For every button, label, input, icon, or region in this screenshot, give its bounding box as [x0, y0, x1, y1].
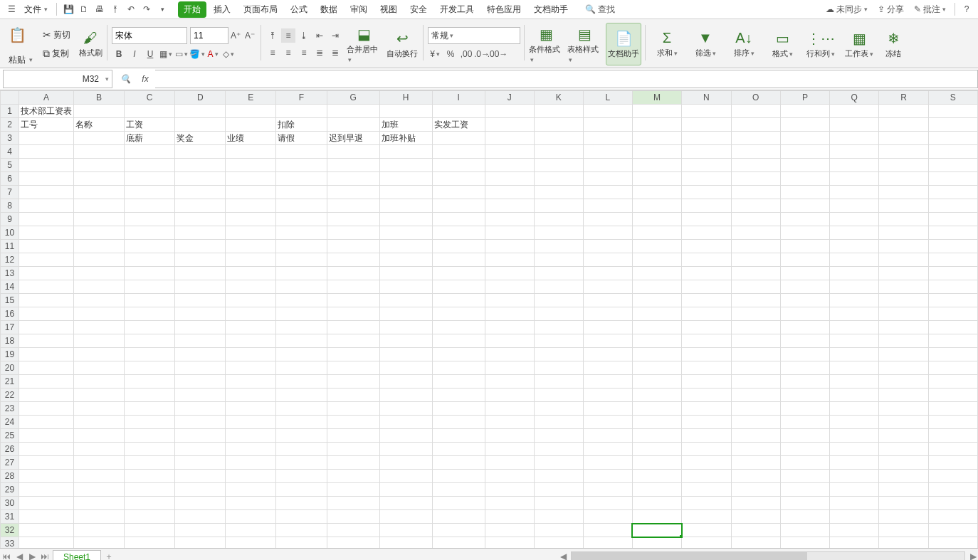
cell[interactable]: [327, 240, 379, 253]
cell[interactable]: [879, 361, 928, 375]
percent-icon[interactable]: %: [443, 47, 458, 61]
cell[interactable]: [583, 429, 632, 443]
cell[interactable]: [879, 389, 928, 402]
cell[interactable]: [632, 524, 681, 537]
cell[interactable]: [928, 280, 977, 294]
cell[interactable]: [583, 253, 632, 267]
hscroll-right-icon[interactable]: ▶: [968, 551, 978, 560]
row-header[interactable]: 22: [1, 389, 19, 402]
cell[interactable]: [73, 213, 124, 226]
cell[interactable]: [125, 199, 175, 213]
italic-icon[interactable]: I: [127, 47, 142, 61]
cell[interactable]: [485, 307, 534, 321]
cell[interactable]: [276, 159, 327, 172]
redo-icon[interactable]: ↷: [140, 2, 154, 16]
cell[interactable]: [632, 294, 681, 307]
cell[interactable]: [830, 402, 879, 416]
cell[interactable]: [327, 294, 379, 307]
cell[interactable]: [830, 199, 879, 213]
cell[interactable]: [276, 375, 327, 389]
cell[interactable]: [879, 524, 928, 537]
column-header[interactable]: H: [379, 91, 432, 105]
cell[interactable]: [276, 307, 327, 321]
cell[interactable]: [432, 510, 485, 524]
paste-button[interactable]: 📋: [6, 21, 28, 49]
cell[interactable]: [432, 334, 485, 348]
cell[interactable]: [632, 159, 681, 172]
cell[interactable]: [276, 348, 327, 361]
cell[interactable]: [928, 226, 977, 240]
cell[interactable]: [632, 443, 681, 456]
row-header[interactable]: 19: [1, 348, 19, 361]
cell[interactable]: [485, 267, 534, 280]
select-all-corner[interactable]: [1, 91, 19, 105]
cell[interactable]: [632, 483, 681, 497]
cell[interactable]: [175, 186, 226, 199]
cell[interactable]: [73, 375, 124, 389]
cell[interactable]: [731, 267, 780, 280]
cell[interactable]: [327, 456, 379, 470]
cell[interactable]: [226, 321, 276, 334]
cell[interactable]: [19, 307, 73, 321]
cell[interactable]: [432, 537, 485, 549]
cell[interactable]: [780, 375, 829, 389]
cell[interactable]: [731, 159, 780, 172]
tab-nav-prev-icon[interactable]: ◀: [13, 551, 26, 560]
cell[interactable]: [928, 307, 977, 321]
cell[interactable]: [379, 172, 432, 186]
cell[interactable]: [125, 294, 175, 307]
cell[interactable]: [731, 429, 780, 443]
cell[interactable]: [276, 253, 327, 267]
cell[interactable]: [830, 429, 879, 443]
help-icon[interactable]: ?: [959, 2, 974, 16]
cell[interactable]: [534, 334, 583, 348]
comma-icon[interactable]: ,00: [459, 47, 473, 61]
cell[interactable]: [327, 186, 379, 199]
cell[interactable]: [276, 456, 327, 470]
cell[interactable]: [485, 334, 534, 348]
row-header[interactable]: 3: [1, 132, 19, 145]
cell[interactable]: [879, 307, 928, 321]
cell[interactable]: [928, 240, 977, 253]
cell[interactable]: [73, 199, 124, 213]
tab-data[interactable]: 数据: [315, 1, 343, 18]
cell[interactable]: [175, 145, 226, 159]
file-menu[interactable]: 文件 ▾: [20, 1, 52, 18]
row-header[interactable]: 20: [1, 361, 19, 375]
cell[interactable]: [276, 334, 327, 348]
cell[interactable]: [432, 402, 485, 416]
cell[interactable]: [19, 416, 73, 429]
cell[interactable]: [226, 240, 276, 253]
hscroll-left-icon[interactable]: ◀: [558, 551, 568, 560]
cell[interactable]: [276, 172, 327, 186]
row-header[interactable]: 12: [1, 253, 19, 267]
cell[interactable]: [632, 213, 681, 226]
cell[interactable]: [879, 240, 928, 253]
cell[interactable]: [485, 470, 534, 483]
cell[interactable]: [73, 524, 124, 537]
cell[interactable]: [175, 294, 226, 307]
cell[interactable]: [583, 213, 632, 226]
cell[interactable]: [928, 456, 977, 470]
copy-button[interactable]: ⧉复制: [40, 46, 73, 61]
cell[interactable]: [175, 348, 226, 361]
cell[interactable]: [175, 524, 226, 537]
sort-button[interactable]: A↓排序: [727, 23, 761, 65]
cell[interactable]: [432, 375, 485, 389]
qat-more-icon[interactable]: ▾: [155, 2, 169, 16]
cell[interactable]: [226, 307, 276, 321]
cell[interactable]: [879, 456, 928, 470]
cell[interactable]: [534, 429, 583, 443]
cell[interactable]: [327, 105, 379, 118]
cell[interactable]: [125, 402, 175, 416]
cell[interactable]: [432, 524, 485, 537]
cell[interactable]: [534, 213, 583, 226]
row-header[interactable]: 21: [1, 375, 19, 389]
cell[interactable]: [226, 226, 276, 240]
cell[interactable]: [379, 240, 432, 253]
cell[interactable]: [632, 280, 681, 294]
cell[interactable]: [432, 456, 485, 470]
cell[interactable]: [583, 321, 632, 334]
cell[interactable]: [327, 524, 379, 537]
cell[interactable]: [583, 334, 632, 348]
